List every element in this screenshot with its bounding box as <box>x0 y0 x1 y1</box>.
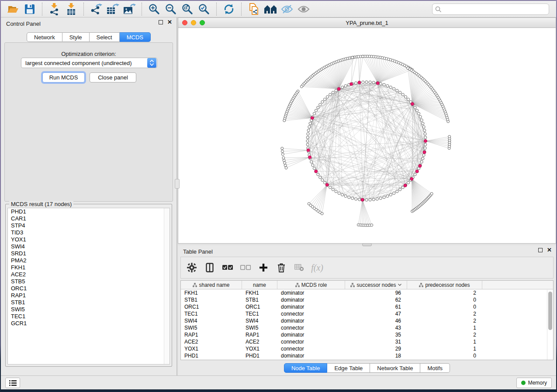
table-cell[interactable]: SWI4 <box>242 318 277 324</box>
memory-button[interactable]: Memory <box>516 378 552 388</box>
open-file-button[interactable] <box>5 3 21 16</box>
table-row[interactable]: TEC1TEC1connector472 <box>181 310 553 317</box>
table-cell[interactable]: ACE2 <box>181 339 242 345</box>
table-cell[interactable]: 47 <box>345 311 407 317</box>
table-cell[interactable]: STB1 <box>242 297 277 303</box>
mcds-result-list[interactable]: PHD1CAR1STP4TID3YOX1SWI4SRD1PMA2FKH1ACE2… <box>7 208 170 364</box>
table-cell[interactable]: 61 <box>345 304 407 310</box>
table-cell[interactable]: YOX1 <box>181 346 242 352</box>
vertical-splitter-grip[interactable] <box>175 179 180 189</box>
mcds-result-item[interactable]: STB1 <box>8 299 170 306</box>
zoom-out-button[interactable] <box>163 3 179 16</box>
table-cell[interactable]: SWI5 <box>181 325 242 331</box>
table-cell[interactable]: TEC1 <box>242 311 277 317</box>
table-cell[interactable]: ORC1 <box>181 304 242 310</box>
mcds-result-item[interactable]: ORC1 <box>8 285 170 292</box>
show-all-button[interactable] <box>295 3 312 16</box>
table-scrollbar[interactable] <box>547 290 553 360</box>
mcds-result-item[interactable]: FKH1 <box>8 264 170 271</box>
tab-mcds[interactable]: MCDS <box>120 32 151 42</box>
select-all-button[interactable] <box>222 262 233 273</box>
save-session-button[interactable] <box>21 3 38 16</box>
mcds-result-item[interactable]: ACE2 <box>8 271 170 278</box>
mcds-result-item[interactable]: STB5 <box>8 278 170 285</box>
table-row[interactable]: ORC1ORC1dominator610 <box>181 303 553 310</box>
table-cell[interactable]: 2 <box>407 332 482 338</box>
window-maximize-icon[interactable] <box>200 20 205 25</box>
table-cell[interactable]: PHD1 <box>181 353 242 359</box>
mcds-result-item[interactable]: RAP1 <box>8 292 170 299</box>
mcds-result-item[interactable]: PHD1 <box>8 208 170 215</box>
deselect-all-button[interactable] <box>240 262 251 273</box>
tab-style[interactable]: Style <box>62 32 90 42</box>
table-row[interactable]: RAP1RAP1dominator352 <box>181 331 553 338</box>
table-row[interactable]: ACE2ACE2connector311 <box>181 338 553 345</box>
column-header-shared-name[interactable]: shared name <box>181 281 242 289</box>
table-cell[interactable]: dominator <box>277 290 345 296</box>
mcds-result-item[interactable]: STP4 <box>8 222 170 229</box>
import-network-button[interactable] <box>46 3 63 16</box>
table-cell[interactable]: dominator <box>277 318 345 324</box>
mcds-result-item[interactable]: CAR1 <box>8 215 170 222</box>
tab-network[interactable]: Network <box>27 32 62 42</box>
network-canvas[interactable] <box>178 28 556 243</box>
table-cell[interactable]: FKH1 <box>181 290 242 296</box>
criterion-dropdown[interactable]: largest connected component (undirected) <box>21 58 157 68</box>
new-network-from-selection-button[interactable] <box>246 3 262 16</box>
mcds-result-item[interactable]: TID3 <box>8 229 170 236</box>
table-cell[interactable]: ORC1 <box>242 304 277 310</box>
table-cell[interactable]: 2 <box>407 311 482 317</box>
mcds-list-scrollbar[interactable] <box>164 208 170 364</box>
table-cell[interactable]: FKH1 <box>242 290 277 296</box>
float-panel-icon[interactable] <box>159 20 163 24</box>
column-header-name[interactable]: name <box>242 281 277 289</box>
network-window-titlebar[interactable]: YPA_prune.txt_1 <box>178 18 556 28</box>
table-cell[interactable]: dominator <box>277 332 345 338</box>
function-builder-button[interactable]: f(x) <box>311 262 323 273</box>
table-cell[interactable]: 0 <box>407 304 482 310</box>
table-cell[interactable]: 2 <box>407 318 482 324</box>
table-cell[interactable]: 0 <box>407 297 482 303</box>
table-cell[interactable]: 1 <box>407 346 482 352</box>
tab-node-table[interactable]: Node Table <box>284 363 328 373</box>
table-cell[interactable]: 62 <box>345 297 407 303</box>
table-cell[interactable]: RAP1 <box>242 332 277 338</box>
table-row[interactable]: YOX1YOX1connector291 <box>181 345 553 352</box>
window-close-icon[interactable] <box>182 20 187 25</box>
delete-table-button[interactable] <box>294 262 305 273</box>
network-graph[interactable] <box>178 28 556 243</box>
table-cell[interactable]: STB1 <box>181 297 242 303</box>
tab-motifs[interactable]: Motifs <box>420 363 450 373</box>
hide-selected-button[interactable] <box>279 3 295 16</box>
table-row[interactable]: SWI4SWI4dominator462 <box>181 317 553 324</box>
table-cell[interactable]: PHD1 <box>242 353 277 359</box>
delete-column-button[interactable] <box>276 262 287 273</box>
import-table-button[interactable] <box>63 3 80 16</box>
close-panel-icon[interactable]: ✕ <box>167 20 172 24</box>
table-cell[interactable]: ACE2 <box>242 339 277 345</box>
table-cell[interactable]: 96 <box>345 290 407 296</box>
table-cell[interactable]: 31 <box>345 339 407 345</box>
table-cell[interactable]: connector <box>277 339 345 345</box>
mcds-result-item[interactable]: SWI5 <box>8 306 170 313</box>
export-image-button[interactable] <box>121 3 138 16</box>
horizontal-splitter-grip[interactable] <box>362 243 372 246</box>
show-columns-button[interactable] <box>204 262 215 273</box>
zoom-in-button[interactable] <box>146 3 163 16</box>
close-panel-button[interactable]: Close panel <box>90 72 136 83</box>
table-cell[interactable]: 43 <box>345 325 407 331</box>
table-cell[interactable]: SWI4 <box>181 318 242 324</box>
table-cell[interactable]: 1 <box>407 339 482 345</box>
table-row[interactable]: SWI5SWI5connector431 <box>181 324 553 331</box>
search-input[interactable] <box>432 3 549 15</box>
mcds-result-item[interactable]: TEC1 <box>8 313 170 320</box>
tab-edge-table[interactable]: Edge Table <box>327 363 370 373</box>
refresh-view-button[interactable] <box>221 3 237 16</box>
table-scrollbar-thumb[interactable] <box>548 292 552 330</box>
table-cell[interactable]: 0 <box>407 353 482 359</box>
mcds-result-item[interactable]: SRD1 <box>8 250 170 257</box>
table-cell[interactable]: SWI5 <box>242 325 277 331</box>
first-neighbors-button[interactable] <box>262 3 279 16</box>
window-minimize-icon[interactable] <box>191 20 196 25</box>
tab-network-table[interactable]: Network Table <box>370 363 420 373</box>
